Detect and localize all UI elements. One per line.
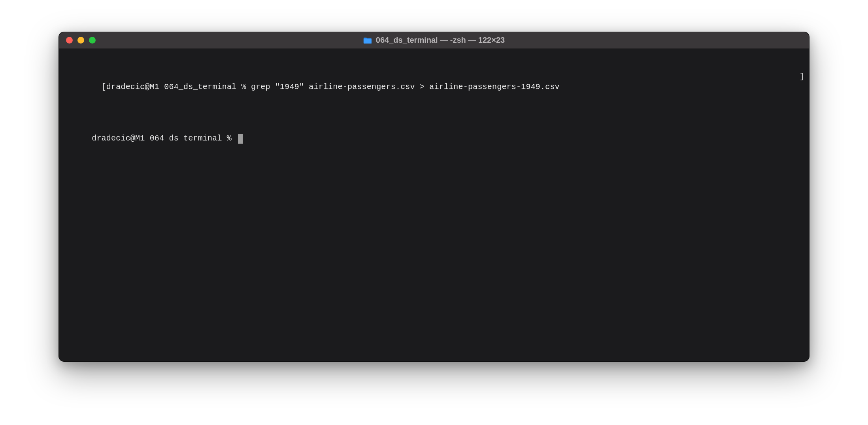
right-bracket: ]	[800, 72, 805, 102]
cursor	[238, 134, 243, 144]
terminal-line: dradecic@M1 064_ds_terminal %	[63, 123, 805, 154]
terminal-line: [dradecic@M1 064_ds_terminal % grep "194…	[63, 72, 805, 102]
left-bracket: [	[102, 82, 106, 91]
close-icon[interactable]	[66, 37, 73, 44]
command-text: grep "1949" airline-passengers.csv > air…	[251, 82, 560, 91]
prompt-text: dradecic@M1 064_ds_terminal %	[106, 82, 251, 91]
prompt-text: dradecic@M1 064_ds_terminal %	[92, 134, 236, 143]
folder-icon	[363, 37, 372, 44]
traffic-lights	[59, 37, 96, 44]
maximize-icon[interactable]	[89, 37, 96, 44]
window-title-text: 064_ds_terminal — -zsh — 122×23	[376, 36, 505, 45]
terminal-body[interactable]: [dradecic@M1 064_ds_terminal % grep "194…	[59, 49, 809, 361]
titlebar: 064_ds_terminal — -zsh — 122×23	[59, 32, 809, 49]
minimize-icon[interactable]	[77, 37, 84, 44]
window-title: 064_ds_terminal — -zsh — 122×23	[363, 36, 505, 45]
terminal-window: 064_ds_terminal — -zsh — 122×23 [dradeci…	[58, 32, 810, 362]
